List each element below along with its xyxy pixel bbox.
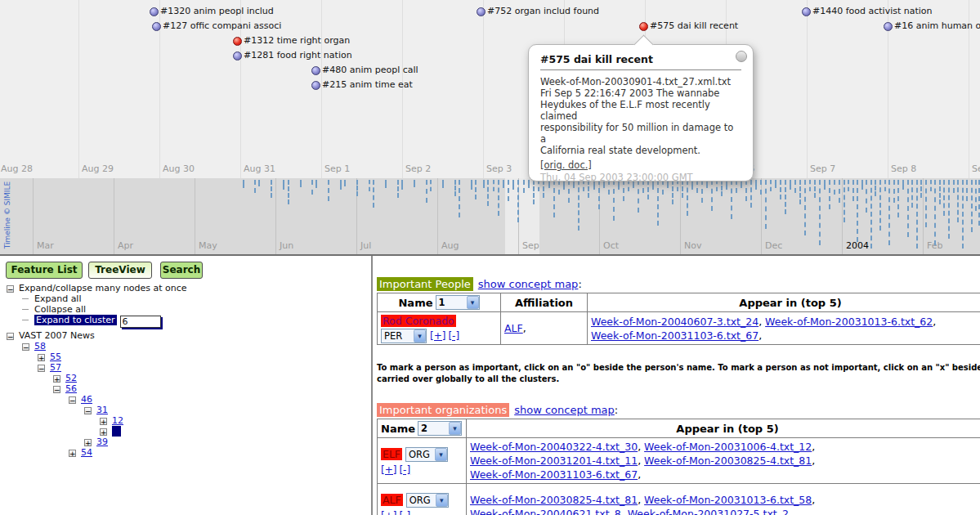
document-link[interactable]: Week-of-Mon-20031201-4.txt_11 [470, 455, 638, 467]
event-dot[interactable] [233, 52, 242, 60]
document-link[interactable]: Week-of-Mon-20031103-6.txt_67 [470, 468, 638, 481]
tab-treeview[interactable]: TreeView [88, 262, 152, 279]
collapse-icon[interactable]: − [22, 343, 29, 351]
people-concept-map-link[interactable]: show concept map [478, 278, 579, 290]
event-label[interactable]: #1281 food right nation [244, 50, 352, 60]
expand-icon[interactable]: + [100, 418, 107, 425]
org-name[interactable]: ELF [381, 448, 402, 460]
people-count-select[interactable]: 1 ▾ [436, 295, 480, 310]
expand-icon[interactable]: + [84, 439, 92, 446]
tree-node-link[interactable]: 39 [96, 437, 108, 447]
orig-doc-link[interactable]: [orig. doc.] [540, 159, 592, 171]
event-dot[interactable] [152, 22, 161, 31]
event-dot[interactable] [477, 7, 486, 16]
tree-node-link[interactable]: 58 [34, 341, 46, 352]
event-dot[interactable] [802, 7, 811, 16]
event-label[interactable]: #127 offic compani associ [163, 20, 281, 31]
collapse-icon[interactable]: − [69, 396, 76, 404]
event-dot[interactable] [884, 22, 893, 31]
event-label[interactable]: #1312 time right organ [244, 35, 350, 46]
document-link[interactable]: Week-of-Mon-20031006-4.txt_12 [644, 441, 812, 453]
event-label[interactable]: #575 dai kill recent [650, 20, 738, 31]
day-gridline [78, 0, 79, 178]
tree-node-selected-block[interactable] [112, 426, 121, 437]
event-dot[interactable] [311, 81, 320, 90]
collapse-icon[interactable]: − [53, 386, 60, 393]
person-name[interactable]: Rod Coronado [381, 315, 456, 327]
timeline-overview-band[interactable]: MarAprMayJunJulAugSepOctNovDec2004Feb [0, 178, 980, 254]
document-link[interactable]: Week-of-Mon-20031013-6.txt_62 [765, 316, 933, 328]
tree-node-link[interactable]: 54 [81, 447, 92, 458]
document-link[interactable]: Week-of-Mon-20040607-3.txt_24 [591, 316, 758, 328]
tree-node-link[interactable]: 52 [65, 373, 77, 383]
orgs-appear-header: Appear in (top 5) [467, 419, 980, 438]
density-tick [809, 180, 811, 191]
document-link[interactable]: Week-of-Mon-20031013-6.txt_58 [644, 494, 812, 506]
bubble-title: #575 dai kill recent [540, 53, 741, 65]
expand-cluster-input[interactable]: 6 [120, 316, 161, 328]
timeline-day-band[interactable]: Aug 28Aug 29Aug 30Aug 31Sep 1Sep 2Sep 3S… [0, 0, 980, 178]
expand-icon[interactable]: + [38, 354, 45, 361]
event-label[interactable]: #1320 anim peopl includ [160, 6, 274, 16]
tree-node-selected[interactable]: Expand to cluster [34, 315, 117, 325]
collapse-icon[interactable]: − [7, 285, 14, 293]
tree-node-label[interactable]: VAST 2007 News [19, 330, 95, 341]
event-label[interactable]: #215 anim time eat [322, 79, 413, 90]
tree-node-link[interactable]: 56 [65, 383, 77, 394]
close-icon[interactable] [736, 51, 747, 62]
expand-icon[interactable]: + [69, 450, 76, 457]
month-label: Sep [522, 240, 539, 251]
document-link[interactable]: Week-of-Mon-20030825-4.txt_81 [470, 494, 638, 506]
org-name[interactable]: ALF [381, 494, 403, 506]
document-link[interactable]: Week-of-Mon-20031103-6.txt_67 [591, 329, 758, 342]
tree-node-label[interactable]: Collapse all [34, 304, 86, 315]
collapse-icon[interactable]: − [38, 365, 45, 372]
entity-type-select[interactable]: ORG▾ [406, 493, 449, 508]
tree-node-link[interactable]: 55 [50, 352, 61, 362]
important-orgs-table: Name 2 ▾ Appear in (top 5) ELF ORG▾[+][-… [377, 419, 980, 515]
entity-type-select[interactable]: ORG▾ [405, 447, 448, 462]
affiliation-link[interactable]: ALF [504, 322, 523, 334]
day-gridline [483, 0, 484, 178]
event-dot[interactable] [311, 66, 320, 75]
event-label[interactable]: #752 organ includ found [487, 6, 599, 16]
month-gridline [33, 178, 34, 254]
tree-node-link[interactable]: 57 [50, 362, 61, 373]
event-label[interactable]: #1440 food activist nation [812, 6, 933, 16]
mark-important-link[interactable]: [+] [381, 510, 396, 515]
orgs-concept-map-link[interactable]: show concept map [514, 404, 615, 416]
event-dot[interactable] [639, 22, 648, 31]
tree-node-label[interactable]: Expand/collapse many nodes at once [19, 283, 187, 293]
orgs-count-select[interactable]: 2 ▾ [418, 421, 462, 436]
mark-not-important-link[interactable]: [-] [448, 330, 459, 342]
density-tick [328, 180, 329, 201]
density-tick [925, 180, 927, 227]
document-link[interactable]: Week-of-Mon-20031027-5.txt_2 [628, 508, 789, 515]
select-value: PER [384, 330, 402, 342]
entity-type-select[interactable]: PER▾ [381, 329, 427, 343]
mark-not-important-link[interactable]: [-] [399, 510, 410, 515]
density-tick [613, 180, 615, 221]
mark-important-link[interactable]: [+] [430, 330, 445, 342]
density-tick [897, 180, 899, 217]
document-link[interactable]: Week-of-Mon-20040322-4.txt_30 [470, 441, 638, 453]
tab-search[interactable]: Search [160, 262, 203, 279]
density-tick [780, 180, 781, 199]
mark-not-important-link[interactable]: [-] [399, 464, 410, 476]
event-dot[interactable] [233, 37, 242, 46]
event-label[interactable]: #16 anim human on [894, 20, 980, 31]
collapse-icon[interactable]: − [84, 407, 92, 414]
tree-node-label[interactable]: Expand all [34, 293, 82, 304]
expand-icon[interactable]: + [53, 375, 60, 383]
document-link[interactable]: Week-of-Mon-20040621.txt_8 [470, 508, 621, 515]
mark-important-link[interactable]: [+] [381, 464, 396, 476]
tab-feature-list[interactable]: Feature List [6, 262, 83, 279]
document-link[interactable]: Week-of-Mon-20030825-4.txt_81 [644, 455, 812, 467]
tree-node-link[interactable]: 31 [96, 405, 108, 415]
event-dot[interactable] [150, 7, 159, 16]
expand-icon[interactable]: + [100, 428, 107, 436]
collapse-icon[interactable]: − [7, 333, 14, 340]
event-label[interactable]: #480 anim peopl call [322, 65, 418, 75]
tree-node-link[interactable]: 46 [81, 394, 92, 405]
tree-node-link[interactable]: 12 [112, 415, 123, 426]
